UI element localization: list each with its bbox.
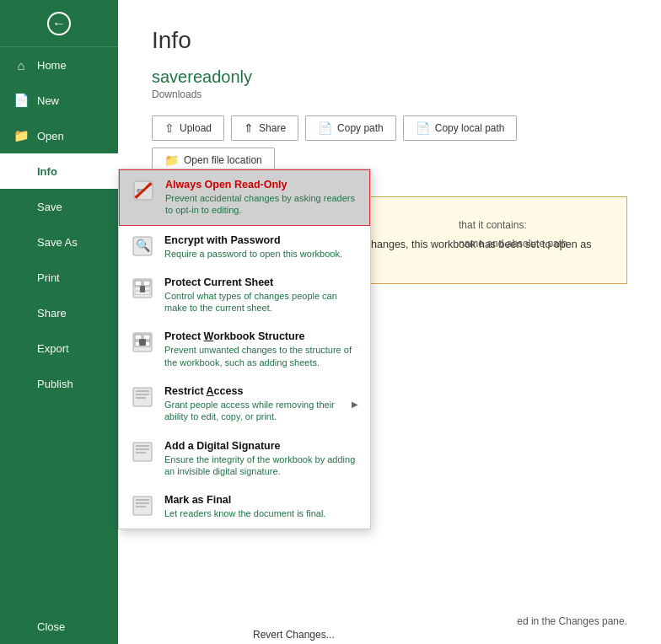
copy-path-icon: 📄	[318, 121, 332, 135]
always-open-read-only-icon: ✏	[132, 179, 155, 202]
svg-text:🔍: 🔍	[136, 239, 151, 253]
sidebar-item-label: Open	[37, 130, 64, 142]
sidebar-item-info[interactable]: Info	[0, 153, 118, 189]
share-label: Share	[259, 122, 286, 134]
sidebar-item-label: Export	[37, 342, 69, 355]
protect-workbook-structure-title: Protect Workbook Structure	[164, 330, 358, 342]
sidebar-item-label: Info	[37, 165, 57, 178]
copy-local-path-button[interactable]: 📄 Copy local path	[403, 115, 518, 141]
svg-rect-23	[136, 445, 149, 447]
encrypt-with-password-desc: Require a password to open this workbook…	[164, 248, 358, 260]
sidebar-item-label: New	[37, 94, 59, 107]
dropdown-item-restrict-access[interactable]: Restrict AccessGrant people access while…	[119, 377, 370, 432]
sidebar: ← ⌂ Home 📄 New 📁 Open Info Save Save As …	[0, 0, 118, 644]
add-digital-signature-icon	[131, 440, 154, 464]
restrict-access-title: Restrict Access	[164, 385, 341, 397]
sidebar-item-publish[interactable]: Publish	[0, 366, 118, 401]
sidebar-item-saveas[interactable]: Save As	[0, 224, 118, 260]
home-icon: ⌂	[13, 58, 29, 72]
protect-current-sheet-icon	[131, 276, 154, 300]
copy-path-label: Copy path	[337, 122, 384, 134]
page-title: Info	[152, 27, 627, 54]
action-buttons: ⇧ Upload ⇑ Share 📄 Copy path 📄 Copy loca…	[152, 115, 627, 173]
sidebar-item-label: Publish	[37, 378, 73, 390]
add-digital-signature-desc: Ensure the integrity of the workbook by …	[164, 453, 358, 478]
svg-rect-28	[136, 502, 149, 504]
submenu-arrow-icon: ▶	[352, 400, 358, 409]
encrypt-with-password-icon: 🔍	[131, 234, 154, 258]
copy-local-path-label: Copy local path	[435, 122, 505, 134]
always-open-read-only-title: Always Open Read-Only	[165, 179, 357, 191]
svg-rect-11	[140, 286, 145, 292]
copy-path-button[interactable]: 📄 Copy path	[305, 115, 396, 141]
new-icon: 📄	[13, 93, 29, 108]
sidebar-item-open[interactable]: 📁 Open	[0, 118, 118, 153]
always-open-read-only-desc: Prevent accidental changes by asking rea…	[165, 192, 357, 217]
svg-rect-19	[136, 390, 149, 392]
sidebar-item-share[interactable]: Share	[0, 295, 118, 330]
sidebar-item-label: Share	[37, 307, 67, 319]
info-right-panel: that it contains: name and absolute path	[459, 219, 627, 250]
dropdown-item-add-digital-signature[interactable]: Add a Digital SignatureEnsure the integr…	[119, 432, 370, 486]
dropdown-item-always-open-read-only[interactable]: ✏ Always Open Read-OnlyPrevent accidenta…	[119, 169, 370, 226]
open-file-location-label: Open file location	[184, 154, 262, 166]
share-button[interactable]: ⇑ Share	[231, 115, 298, 141]
upload-icon: ⇧	[164, 121, 175, 135]
revert-changes-label[interactable]: Revert Changes...	[253, 629, 335, 644]
copy-local-icon: 📄	[416, 121, 430, 135]
sidebar-item-label: Close	[37, 620, 65, 633]
open-icon: 📁	[13, 128, 29, 143]
svg-rect-27	[136, 499, 149, 501]
file-name: savereadonly	[152, 67, 627, 87]
upload-label: Upload	[180, 122, 212, 134]
svg-rect-8	[143, 281, 150, 286]
protect-workbook-dropdown: ✏ Always Open Read-OnlyPrevent accidenta…	[118, 169, 371, 529]
dropdown-item-protect-workbook-structure[interactable]: Protect Workbook StructurePrevent unwant…	[119, 322, 370, 377]
info-right-text1: that it contains:	[459, 219, 627, 231]
open-location-icon: 📁	[164, 153, 179, 167]
svg-rect-7	[135, 281, 142, 286]
svg-rect-24	[136, 448, 149, 450]
dropdown-item-protect-current-sheet[interactable]: Protect Current SheetControl what types …	[119, 268, 370, 323]
encrypt-with-password-title: Encrypt with Password	[164, 234, 358, 246]
sidebar-item-home[interactable]: ⌂ Home	[0, 47, 118, 83]
svg-rect-20	[136, 394, 149, 395]
mark-as-final-title: Mark as Final	[164, 494, 358, 506]
file-location: Downloads	[152, 89, 627, 100]
sidebar-item-new[interactable]: 📄 New	[0, 83, 118, 118]
sidebar-item-save[interactable]: Save	[0, 189, 118, 224]
changes-pane-text: ed in the Changes pane.	[517, 615, 627, 627]
protect-workbook-structure-icon	[131, 330, 154, 354]
dropdown-item-encrypt-with-password[interactable]: 🔍 Encrypt with PasswordRequire a passwor…	[119, 226, 370, 268]
share-btn-icon: ⇑	[244, 121, 254, 135]
svg-rect-25	[136, 452, 146, 453]
sidebar-item-label: Save	[37, 201, 62, 213]
sidebar-item-label: Save As	[37, 236, 78, 249]
sidebar-item-export[interactable]: Export	[0, 330, 118, 366]
restrict-access-icon	[131, 385, 154, 409]
dropdown-item-mark-as-final[interactable]: Mark as FinalLet readers know the docume…	[119, 486, 370, 528]
back-arrow-icon: ←	[47, 12, 71, 35]
mark-as-final-icon	[131, 494, 154, 518]
sidebar-item-label: Home	[37, 59, 67, 72]
mark-as-final-desc: Let readers know the document is final.	[164, 507, 358, 519]
protect-current-sheet-title: Protect Current Sheet	[164, 276, 358, 288]
protect-current-sheet-desc: Control what types of changes people can…	[164, 290, 358, 314]
sidebar-item-close[interactable]: Close	[0, 609, 118, 644]
svg-rect-21	[136, 397, 146, 399]
protect-workbook-structure-desc: Prevent unwanted changes to the structur…	[164, 344, 358, 368]
svg-rect-17	[139, 339, 146, 346]
sidebar-item-label: Print	[37, 271, 60, 284]
back-button[interactable]: ←	[0, 0, 118, 47]
svg-rect-29	[136, 506, 146, 507]
restrict-access-desc: Grant people access while removing their…	[164, 399, 341, 423]
add-digital-signature-title: Add a Digital Signature	[164, 440, 358, 452]
sidebar-item-print[interactable]: Print	[0, 260, 118, 295]
info-right-text2: name and absolute path	[459, 238, 627, 250]
upload-button[interactable]: ⇧ Upload	[152, 115, 224, 141]
